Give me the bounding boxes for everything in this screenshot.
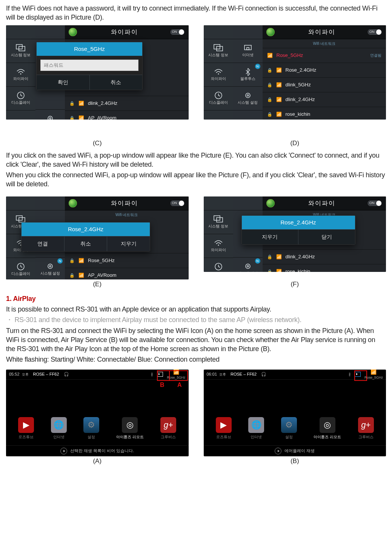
svg-point-24 (246, 264, 250, 269)
caption-a: (A) (6, 457, 189, 466)
gear-icon (45, 114, 55, 119)
label-a: A (177, 381, 182, 389)
label-b: B (160, 381, 164, 389)
globe-icon (266, 199, 275, 207)
connect-button[interactable]: 연결 (22, 236, 64, 251)
app-remote[interactable]: ◎아이튠즈 리모트 (314, 417, 341, 440)
screenshot-e: 시스템 정보 와이파이 디스플레이 시스템 설정 N 와이파이 ON Wifi … (6, 196, 189, 279)
app-settings[interactable]: ⚙설정 (83, 417, 99, 440)
bluetooth-icon: ∦ (151, 371, 153, 377)
bluetooth-icon: ∦ (349, 371, 351, 377)
wifi-network-item[interactable]: dlink_2.4GHz (263, 249, 386, 264)
svg-point-5 (49, 118, 51, 119)
wifi-network-item[interactable]: rose_kichin (263, 264, 386, 272)
screenshot-d: 시스템 정보 와이파이 디스플레이 이더넷 블루투스 N 시스템 설정 와이파이… (204, 25, 386, 120)
notification-badge: N (255, 64, 260, 69)
caption-f: (F) (204, 280, 386, 289)
screenshot-home-a: 05:52 오후 ROSE – FF62 🎧 ∦ Rose_5GHz B A ▶… (6, 370, 189, 456)
mid-text-2: When you click the connected WiFi, a pop… (6, 170, 386, 189)
device-name: ROSE – FF62 (33, 371, 59, 377)
monitor-icon (213, 44, 224, 52)
svg-point-25 (247, 265, 249, 267)
clock-icon (213, 262, 224, 271)
gear-icon (243, 91, 253, 100)
highlight-box (354, 370, 367, 381)
bluetooth-icon (243, 68, 253, 76)
wifi-network-item[interactable]: Rose_5GHz (65, 253, 189, 268)
wifi-icon (213, 239, 224, 247)
app-rosetube[interactable]: ▶로즈튜브 (216, 417, 232, 440)
caption-d: (D) (204, 139, 386, 148)
svg-point-18 (48, 264, 52, 269)
notification-badge: N (57, 258, 63, 264)
play-icon[interactable] (60, 448, 67, 454)
svg-rect-6 (214, 44, 220, 49)
wifi-network-item[interactable]: rose_kichin (263, 107, 386, 120)
clock-icon (213, 91, 224, 100)
airplay-heading: 1. AirPlay (6, 294, 386, 303)
clear-button[interactable]: 지우기 (242, 229, 298, 244)
globe-icon (266, 28, 275, 36)
gear-icon (45, 262, 55, 270)
cancel-button[interactable]: 취소 (64, 236, 107, 251)
svg-point-19 (49, 265, 51, 267)
wifi-network-item[interactable]: dlink_2.4GHz (65, 96, 189, 110)
mid-text-1: If you click on the saved WiFi, a pop-up… (6, 151, 386, 169)
cancel-button[interactable]: 취소 (89, 75, 143, 90)
app-internet[interactable]: 🌐인터넷 (51, 417, 67, 440)
wifi-network-item[interactable]: AP_AVRoom (65, 268, 189, 279)
wifi-network-item[interactable]: dlink_5GHz (263, 77, 386, 92)
wifi-toggle[interactable]: ON (367, 200, 382, 207)
wifi-icon (213, 68, 224, 76)
app-internet[interactable]: 🌐인터넷 (248, 417, 264, 440)
wifi-network-item[interactable]: Rose_5GHz연결됨 (263, 48, 386, 63)
clock-icon (15, 91, 26, 100)
wifi-toggle[interactable]: ON (367, 29, 382, 35)
caption-e: (E) (6, 280, 189, 289)
highlight-box-b (157, 370, 170, 381)
gear-icon (243, 262, 253, 270)
wifi-network-item[interactable]: AP_AVRoom (65, 110, 189, 120)
network-popup: Rose_2.4GHz 연결 취소 지우기 (21, 222, 150, 252)
clear-button[interactable]: 지우기 (107, 236, 150, 251)
close-button[interactable]: 닫기 (298, 229, 355, 244)
airplay-p2: Turn on the RS-301 and connect the WiFi … (6, 326, 386, 354)
app-groovers[interactable]: g+그루버스 (358, 417, 374, 440)
headphones-icon: 🎧 (64, 371, 69, 377)
globe-icon (69, 28, 77, 36)
svg-point-2 (20, 74, 22, 75)
password-input[interactable] (40, 60, 138, 71)
intro-text: If the WiFi does not have a password, it… (6, 4, 386, 22)
app-rosetube[interactable]: ▶로즈튜브 (18, 417, 34, 440)
play-icon[interactable] (275, 448, 281, 454)
password-popup: Rose_5GHz 확인 취소 (36, 42, 143, 90)
status-time: 06:01 (207, 371, 217, 377)
screenshot-c: 시스템 정보 와이파이 디스플레이 시스템 설정 와이파이 ON dlink_2… (6, 25, 189, 120)
wifi-toggle[interactable]: ON (170, 200, 185, 207)
airplay-note: ・ RS-301 and the device to implement Air… (6, 315, 386, 324)
app-groovers[interactable]: g+그루버스 (160, 417, 176, 440)
wifi-status-icon[interactable] (370, 370, 377, 376)
wifi-network-item[interactable]: Rose_2.4GHz (263, 63, 386, 77)
svg-point-12 (246, 93, 250, 98)
network-popup: Rose_2.4GHz 지우기 닫기 (241, 215, 355, 245)
ok-button[interactable]: 확인 (37, 75, 89, 90)
status-time: 05:52 (9, 371, 20, 377)
footer-text: 에어플레이 재생 (284, 448, 315, 454)
svg-rect-14 (16, 216, 22, 220)
svg-point-13 (247, 95, 249, 96)
globe-icon (69, 199, 77, 207)
wifi-toggle[interactable]: ON (170, 29, 185, 35)
notification-badge: N (255, 258, 260, 264)
airplay-p3: White flashing: Starting/ White: Connect… (6, 355, 386, 364)
headphones-icon: 🎧 (261, 371, 266, 377)
svg-rect-15 (19, 218, 25, 222)
wifi-network-item[interactable]: dlink_2.4GHz (263, 92, 386, 107)
svg-rect-20 (214, 216, 220, 220)
app-settings[interactable]: ⚙설정 (281, 417, 297, 440)
monitor-icon (213, 215, 224, 223)
svg-rect-11 (247, 48, 249, 50)
app-remote[interactable]: ◎아이튠즈 리모트 (116, 417, 144, 440)
svg-rect-0 (16, 44, 22, 49)
airplay-p1: It is possible to connect RS-301 with an… (6, 305, 386, 314)
